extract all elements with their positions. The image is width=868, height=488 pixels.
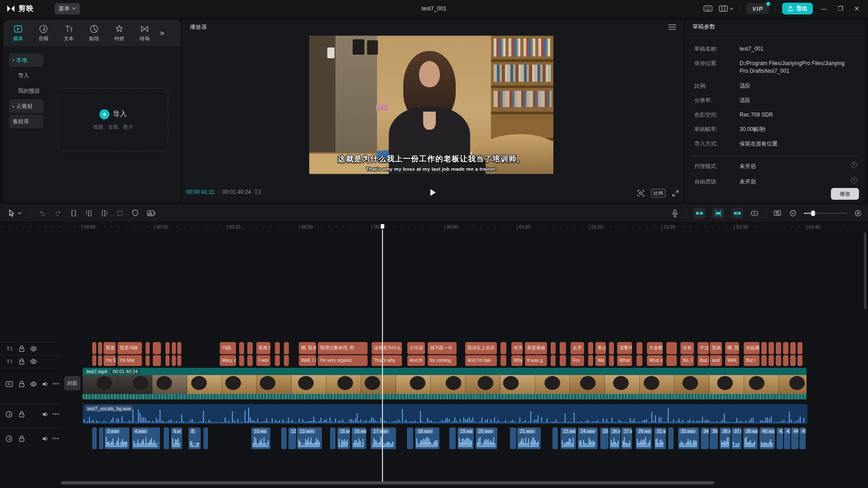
subtitle-clip-en[interactable]: I'm very organiz [318,355,368,366]
audio-clip[interactable]: 10.wa [251,427,270,449]
subtitle-clip-cn[interactable]: 我是 [104,342,116,354]
audio-clip[interactable]: 40.wa [760,427,775,449]
subtitle-clip-en[interactable] [146,355,150,366]
subtitle-clip-cn[interactable]: 我真 [710,342,722,354]
subtitle-clip-cn[interactable]: 我努力 [256,342,270,354]
subtitle-clip-en[interactable]: We [595,355,606,366]
zoom-in-icon[interactable] [854,210,862,217]
subtitle-clip-en[interactable] [551,355,556,366]
subtitle-clip-cn[interactable]: 需要什 [617,342,632,354]
main-track-magnet-icon[interactable] [750,210,759,217]
subtitle-clip-en[interactable] [92,355,96,366]
audio-clip[interactable] [203,427,208,449]
subtitle-clip-cn[interactable] [165,342,170,354]
vertical-scrollbar[interactable] [864,232,866,309]
subtitle-clip-cn[interactable] [177,342,181,354]
sidebar-item-presets[interactable]: 我的预设 [9,84,43,98]
subtitle-clip-cn[interactable]: 但如果 [744,342,760,354]
minimize-button[interactable]: — [819,5,829,12]
subtitle-clip-cn[interactable] [761,342,767,354]
audio-clip[interactable]: 38.wa [743,427,758,449]
linkage-toggle[interactable] [712,208,724,219]
subtitle-clip-cn[interactable] [275,342,280,354]
speaker-icon[interactable] [42,380,49,388]
export-button[interactable]: 导出 [782,3,813,14]
audio-clip[interactable]: 43 [784,427,790,449]
play-button[interactable] [429,188,437,197]
subtitle-clip-cn[interactable] [776,342,781,354]
audio-clip[interactable]: 24.wav [578,427,598,449]
audio-clip[interactable] [92,427,97,449]
layout-switch-icon[interactable] [719,5,733,12]
subtitle-clip-cn[interactable]: 嗯, 我 [725,342,739,354]
tab-sticker[interactable]: 贴纸 [81,24,107,42]
audio-clip[interactable]: 37.w [731,427,741,449]
frame-list-icon[interactable] [254,189,262,195]
audio-clip[interactable]: 19.wa [458,427,474,449]
zoom-out-icon[interactable] [789,210,797,217]
subtitle-clip-cn[interactable]: 不过 [698,342,709,354]
time-ruler[interactable]: 00:0000:1000:2000:3000:4000:5001:0001:10… [0,224,868,231]
mask-shield-icon[interactable] [132,209,139,217]
audio-clip[interactable] [99,427,104,449]
subtitle-clip-cn[interactable] [790,342,796,354]
audio-clip[interactable]: 23.wa [561,427,576,449]
audio-clip[interactable]: 21.wav [517,427,541,449]
subtitle-clip-en[interactable] [500,355,506,366]
more-tabs-button[interactable]: » [160,28,164,38]
delete-left-button[interactable] [85,210,93,217]
subtitle-clip-cn[interactable] [146,342,150,354]
audio-clip[interactable] [281,427,287,449]
audio-clip[interactable]: 15.w [337,427,350,449]
subtitle-clip-cn[interactable] [609,342,614,354]
modify-button[interactable]: 修改 [831,188,859,200]
subtitle-clip-en[interactable]: and [710,355,722,366]
smart-edit-icon[interactable] [147,210,156,217]
audio-clip[interactable]: 17.wav [371,427,396,449]
audio-clip[interactable]: 26.w [609,427,620,449]
fit-timeline-icon[interactable] [774,210,782,217]
subtitle-clip-en[interactable] [165,355,170,366]
delete-right-button[interactable] [101,210,108,217]
subtitle-clip-cn[interactable]: 从早 [571,342,584,354]
subtitle-clip-en[interactable] [790,355,796,366]
subtitle-clip-cn[interactable]: 那是夜校 [525,342,547,354]
restore-button[interactable]: ❐ [835,5,845,12]
fullscreen-icon[interactable] [672,190,679,197]
sidebar-item-cloud[interactable]: ▸云素材 [9,99,43,113]
sidebar-item-local[interactable]: ▾本地 [9,53,43,67]
preview-axis-toggle[interactable] [731,208,743,219]
subtitle-clip-en[interactable]: What [617,355,632,366]
select-tool-button[interactable] [8,209,22,217]
subtitle-clip-cn[interactable] [783,342,788,354]
audio-clip[interactable]: 12 [288,427,296,449]
subtitle-clip-en[interactable]: Well, I lo [299,355,316,366]
frame-preview-icon[interactable] [637,189,645,197]
audio-clip[interactable]: 34. [701,427,709,449]
subtitle-clip-cn[interactable]: 没有 [680,342,694,354]
subtitle-clip-en[interactable]: Well, [725,355,739,366]
record-voiceover-icon[interactable] [671,209,679,217]
video-clip[interactable]: test7.mp4 00:01:40:24 [83,368,807,399]
subtitle-clip-en[interactable]: I wor [256,355,270,366]
subtitle-clip-en[interactable]: That's why [372,355,402,366]
audio-clip[interactable]: 45 [799,427,806,449]
subtitle-clip-en[interactable]: I'm Mar [118,355,142,366]
speaker-icon[interactable] [42,411,49,418]
vocals-audio-clip[interactable]: test7_vocals_bg.wav [83,404,807,424]
more-options-icon[interactable]: ••• [52,381,60,387]
import-dropzone[interactable]: +导入 视频、音频、图片 [58,88,168,151]
player-menu-icon[interactable] [668,24,676,30]
audio-clip[interactable]: 35. [710,427,718,449]
audio-clip[interactable]: 31.w [654,427,666,449]
audio-clip[interactable] [449,427,456,449]
vip-badge[interactable]: VIP [746,3,769,14]
subtitle-clip-en[interactable]: And th [407,355,425,366]
audio-clip[interactable]: 20.wav [476,427,497,449]
tab-audio[interactable]: 音频 [31,24,56,42]
subtitle-clip-en[interactable]: Why [511,355,523,366]
audio-clip[interactable] [552,427,558,449]
audio-clip[interactable] [164,427,169,449]
audio-clip[interactable] [407,427,413,449]
close-button[interactable]: ✕ [852,5,862,12]
